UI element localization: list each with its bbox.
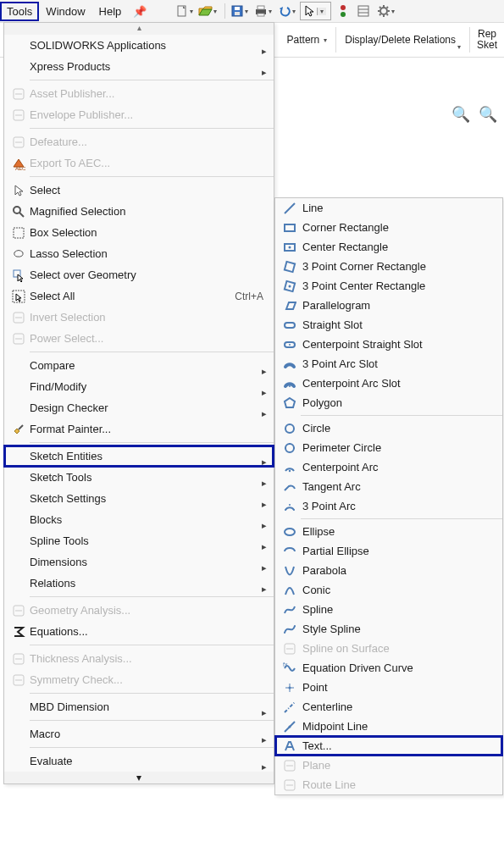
- menubar-item-tools[interactable]: Tools: [0, 2, 39, 21]
- select-all-icon: [9, 289, 28, 304]
- menu-item-select-over-geometry[interactable]: Select over Geometry: [4, 264, 274, 285]
- menu-item-macro[interactable]: Macro: [4, 723, 274, 745]
- settings-dropdown[interactable]: ▾: [391, 8, 395, 15]
- sketch-item-centerpoint-straight-slot[interactable]: Centerpoint Straight Slot: [275, 335, 502, 354]
- zoom-fit-icon[interactable]: 🔍: [479, 105, 497, 124]
- settings-icon[interactable]: [375, 3, 392, 19]
- sketch-item-label: Tangent Arc: [299, 480, 496, 493]
- corner-rect-icon: [280, 220, 299, 235]
- menu-item-compare[interactable]: Compare: [4, 355, 274, 376]
- save-icon[interactable]: [229, 3, 246, 19]
- menu-separator: [30, 80, 274, 80]
- menu-item-select-all[interactable]: Select AllCtrl+A: [4, 285, 274, 307]
- sketch-item-line[interactable]: Line: [275, 198, 502, 218]
- sketch-item-polygon[interactable]: Polygon: [275, 393, 502, 412]
- 3pt-arc-icon: [280, 499, 299, 514]
- menu-item-spline-tools[interactable]: Spline Tools: [4, 530, 274, 551]
- menu-item-label: Sketch Settings: [28, 492, 267, 505]
- sketch-item-straight-slot[interactable]: Straight Slot: [275, 315, 502, 335]
- menu-item-label: Xpress Products: [28, 60, 267, 73]
- sketch-item-center-rectangle[interactable]: Center Rectangle: [275, 237, 502, 257]
- ribbon-display-delete-relations[interactable]: Display/Delete Relations▾: [340, 30, 466, 51]
- menu-item-box-selection[interactable]: Box Selection: [4, 222, 274, 243]
- sketch-item-centerline[interactable]: Centerline: [275, 697, 502, 717]
- undo-dropdown[interactable]: ▾: [292, 8, 296, 15]
- sketch-item-partial-ellipse[interactable]: Partial Ellipse: [275, 541, 502, 561]
- cursor-icon: [9, 183, 28, 198]
- sketch-item-tangent-arc[interactable]: Tangent Arc: [275, 477, 502, 496]
- sketch-item-label: Equation Driven Curve: [299, 662, 496, 674]
- sketch-item-centerpoint-arc-slot[interactable]: Centerpoint Arc Slot: [275, 374, 502, 393]
- menu-item-relations[interactable]: Relations: [4, 573, 274, 594]
- sketch-item-midpoint-line[interactable]: Midpoint Line: [275, 717, 502, 736]
- menu-item-magnified-selection[interactable]: Magnified Selection: [4, 201, 274, 222]
- zoom-icon[interactable]: 🔍: [451, 105, 470, 124]
- menu-item-equations[interactable]: Equations...: [4, 621, 274, 642]
- menu-item-label: Envelope Publisher...: [28, 108, 267, 121]
- menu-item-label: Symmetry Check...: [28, 673, 267, 686]
- menu-item-mbd-dimension[interactable]: MBD Dimension: [4, 696, 274, 717]
- sketch-item-conic[interactable]: Conic: [275, 580, 502, 600]
- menu-item-label: Macro: [28, 728, 267, 740]
- svg-line-29: [19, 213, 24, 217]
- sketch-item-style-spline[interactable]: Style Spline: [275, 619, 502, 639]
- menu-item-solidworks-applications[interactable]: SOLIDWORKS Applications: [4, 35, 274, 56]
- menu-item-power-select: Power Select...: [4, 328, 274, 349]
- menu-item-sketch-settings[interactable]: Sketch Settings: [4, 488, 274, 509]
- undo-icon[interactable]: [276, 3, 293, 19]
- menu-scroll-up[interactable]: ▴: [4, 23, 274, 35]
- open-dropdown[interactable]: ▾: [213, 8, 217, 15]
- sketch-item-ellipse[interactable]: Ellipse: [275, 522, 502, 541]
- sketch-item-centerpoint-arc[interactable]: Centerpoint Arc: [275, 457, 502, 477]
- new-document-icon[interactable]: [174, 3, 191, 19]
- ribbon-pattern[interactable]: Pattern▾: [282, 34, 333, 46]
- menu-item-design-checker[interactable]: Design Checker: [4, 397, 274, 418]
- menu-item-format-painter[interactable]: Format Painter...: [4, 418, 274, 440]
- menu-item-lasso-selection[interactable]: Lasso Selection: [4, 243, 274, 264]
- parallelogram-icon: [280, 298, 299, 313]
- sketch-item-circle[interactable]: Circle: [275, 418, 502, 438]
- ribbon-ddr-label: Display/Delete Relations: [345, 34, 456, 46]
- new-dropdown[interactable]: ▾: [190, 8, 193, 15]
- print-icon[interactable]: [252, 3, 269, 19]
- sketch-item-spline[interactable]: Spline: [275, 600, 502, 619]
- options-icon[interactable]: [355, 3, 372, 19]
- sketch-item-3-point-arc[interactable]: 3 Point Arc: [275, 496, 502, 516]
- sketch-item-equation-driven-curve[interactable]: fxEquation Driven Curve: [275, 658, 502, 678]
- menu-item-sketch-entities[interactable]: Sketch Entities: [4, 446, 274, 467]
- menu-item-evaluate[interactable]: Evaluate: [4, 750, 274, 772]
- ribbon-pattern-label: Pattern: [287, 34, 320, 46]
- blank-icon: [9, 449, 28, 464]
- menu-item-select[interactable]: Select: [4, 180, 274, 201]
- sketch-item-3-point-corner-rectangle[interactable]: 3 Point Corner Rectangle: [275, 257, 502, 276]
- menu-item-xpress-products[interactable]: Xpress Products: [4, 56, 274, 77]
- svg-point-57: [285, 444, 294, 452]
- sketch-item-text[interactable]: Text...: [275, 736, 502, 756]
- rebuild-icon[interactable]: [335, 3, 352, 19]
- sketch-item-corner-rectangle[interactable]: Corner Rectangle: [275, 218, 502, 237]
- sketch-item-parabola[interactable]: Parabola: [275, 561, 502, 580]
- sketch-item-3-point-arc-slot[interactable]: 3 Point Arc Slot: [275, 354, 502, 374]
- sketch-item-spline-on-surface: Spline on Surface: [275, 639, 502, 658]
- open-document-icon[interactable]: [197, 3, 214, 19]
- menu-separator: [30, 352, 274, 352]
- print-dropdown[interactable]: ▾: [269, 8, 272, 15]
- menubar-item-window[interactable]: Window: [39, 2, 91, 21]
- save-dropdown[interactable]: ▾: [245, 8, 248, 15]
- sketch-item-perimeter-circle[interactable]: Perimeter Circle: [275, 438, 502, 457]
- menu-scroll-down[interactable]: ▾: [4, 772, 274, 783]
- select-tool-button[interactable]: ▾: [300, 2, 331, 20]
- menu-item-blocks[interactable]: Blocks: [4, 509, 274, 530]
- menu-item-find-modify[interactable]: Find/Modify: [4, 376, 274, 397]
- menu-item-dimensions[interactable]: Dimensions: [4, 551, 274, 573]
- select-tool-dropdown[interactable]: ▾: [317, 8, 326, 15]
- sketch-item-point[interactable]: Point: [275, 678, 502, 697]
- menu-item-label: SOLIDWORKS Applications: [28, 39, 267, 52]
- sketch-item-parallelogram[interactable]: Parallelogram: [275, 296, 502, 315]
- ribbon-repair-sketch[interactable]: Rep Sket: [474, 29, 501, 50]
- tools-menu: ▴ SOLIDWORKS ApplicationsXpress Products…: [3, 22, 274, 784]
- menu-item-sketch-tools[interactable]: Sketch Tools: [4, 467, 274, 488]
- sketch-item-3-point-center-rectangle[interactable]: 3 Point Center Rectangle: [275, 276, 502, 296]
- pin-icon[interactable]: 📌: [133, 5, 147, 18]
- menubar-item-help[interactable]: Help: [92, 2, 129, 21]
